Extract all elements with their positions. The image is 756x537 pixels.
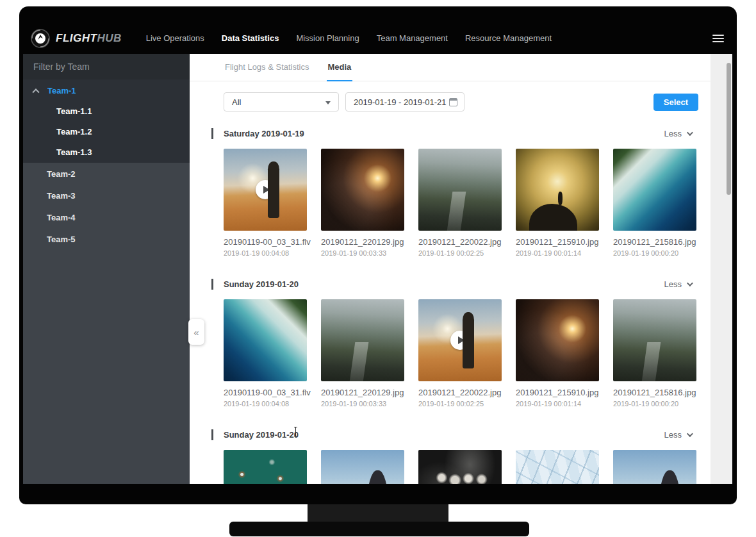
app-frame: Filter by Team Team-1Team-1.1Team-1.2Tea… xyxy=(23,54,732,484)
chevron-up-icon xyxy=(32,88,39,95)
media-section: Sunday 2019-01-20Less xyxy=(190,429,711,484)
section-marker xyxy=(211,279,213,290)
media-card[interactable] xyxy=(516,450,599,484)
media-card[interactable]: 20190121_220129.jpg2019-01-19 00:03:33 xyxy=(321,299,404,408)
date-range-input[interactable]: 2019-01-19 - 2019-01-21 xyxy=(345,92,464,112)
drone-logo-icon xyxy=(31,29,50,48)
collapse-section-toggle[interactable]: Less xyxy=(664,430,691,440)
chevron-down-icon xyxy=(687,280,693,286)
section-header: Sunday 2019-01-20Less xyxy=(211,279,697,290)
nav-item-data-statistics[interactable]: Data Statistics xyxy=(222,33,279,43)
media-thumbnail[interactable] xyxy=(613,299,696,381)
team-label: Team-4 xyxy=(47,213,76,222)
media-card[interactable]: 20190121_220022.jpg2019-01-19 00:02:25 xyxy=(418,149,502,257)
media-card[interactable] xyxy=(321,450,404,484)
hamburger-menu-icon[interactable] xyxy=(712,33,724,44)
sidebar-item-team-2[interactable]: Team-2 xyxy=(23,163,190,185)
monitor-screen: FLIGHTHUB Live OperationsData Statistics… xyxy=(19,6,737,504)
media-card[interactable]: 20190121_215816.jpg2019-01-19 00:00:20 xyxy=(613,149,696,257)
sidebar-header: Filter by Team xyxy=(23,54,190,79)
brand-flight: FLIGHT xyxy=(56,32,97,44)
sidebar-item-team-3[interactable]: Team-3 xyxy=(23,185,190,206)
media-card[interactable] xyxy=(418,450,502,484)
team-group: Team-1Team-1.1Team-1.2Team-1.3 xyxy=(23,79,190,163)
team-group: Team-3 xyxy=(23,185,190,206)
media-thumbnail[interactable] xyxy=(516,299,599,381)
media-thumbnail[interactable] xyxy=(516,450,599,484)
team-group: Team-4 xyxy=(23,206,190,228)
media-thumbnail[interactable] xyxy=(613,450,696,484)
section-title: Saturday 2019-01-19 xyxy=(224,129,304,138)
media-card[interactable]: 20190119-00_03_31.flv2019-01-19 00:04:08 xyxy=(224,149,307,257)
media-card[interactable] xyxy=(224,450,307,484)
media-card[interactable] xyxy=(613,450,696,484)
media-thumbnail[interactable] xyxy=(321,450,404,484)
media-thumbnail[interactable] xyxy=(224,450,307,484)
media-thumbnail[interactable] xyxy=(321,299,404,381)
team-sidebar: Filter by Team Team-1Team-1.1Team-1.2Tea… xyxy=(23,54,190,484)
media-filename: 20190121_215910.jpg xyxy=(516,237,599,247)
sidebar-item-team-1[interactable]: Team-1 xyxy=(23,79,190,101)
media-card[interactable]: 20190121_215910.jpg2019-01-19 00:01:14 xyxy=(516,149,599,257)
media-section: Sunday 2019-01-20Less20190119-00_03_31.f… xyxy=(190,279,711,408)
media-card[interactable]: 20190121_220022.jpg2019-01-19 00:02:25 xyxy=(418,299,502,408)
nav-item-resource-management[interactable]: Resource Management xyxy=(465,33,552,43)
sidebar-item-team-4[interactable]: Team-4 xyxy=(23,206,190,228)
media-filename: 20190121_215816.jpg xyxy=(613,388,696,397)
media-thumbnail[interactable] xyxy=(418,149,502,231)
date-range-value: 2019-01-19 - 2019-01-21 xyxy=(354,97,447,107)
media-type-value: All xyxy=(232,97,241,107)
sidebar-item-team-5[interactable]: Team-5 xyxy=(23,228,190,250)
team-label: Team-5 xyxy=(47,235,76,244)
media-timestamp: 2019-01-19 00:01:14 xyxy=(516,400,599,408)
media-card[interactable]: 20190121_215816.jpg2019-01-19 00:00:20 xyxy=(613,299,696,408)
media-thumbnail[interactable] xyxy=(321,149,404,231)
select-button[interactable]: Select xyxy=(653,94,698,111)
sidebar-item-team-1-1[interactable]: Team-1.1 xyxy=(23,101,190,122)
chevron-down-icon xyxy=(687,129,693,136)
section-header: Sunday 2019-01-20Less xyxy=(211,429,697,440)
team-group: Team-2 xyxy=(23,163,190,185)
collapse-section-toggle[interactable]: Less xyxy=(664,129,691,138)
tab-media[interactable]: Media xyxy=(327,54,353,81)
media-card[interactable]: 20190121_220129.jpg2019-01-19 00:03:33 xyxy=(321,149,404,257)
media-thumbnail[interactable] xyxy=(516,149,599,231)
scrollbar-thumb[interactable] xyxy=(727,63,731,195)
nav-item-live-operations[interactable]: Live Operations xyxy=(146,33,204,43)
media-thumbnail[interactable] xyxy=(418,450,502,484)
page-background: { "brand": { "flight": "FLIGHT", "hub": … xyxy=(0,0,756,537)
media-grid: 20190119-00_03_31.flv2019-01-19 00:04:08… xyxy=(224,149,711,257)
tab-bar: Flight Logs & StatisticsMedia xyxy=(190,54,711,81)
media-card[interactable]: 20190119-00_03_31.flv2019-01-19 00:04:08 xyxy=(224,299,307,408)
scrollbar-track[interactable] xyxy=(711,54,732,484)
monitor-stand-base xyxy=(229,522,529,536)
media-timestamp: 2019-01-19 00:00:20 xyxy=(613,400,696,408)
media-thumbnail[interactable] xyxy=(613,149,696,231)
brand-hub: HUB xyxy=(97,32,121,44)
media-filename: 20190119-00_03_31.flv xyxy=(224,388,307,397)
media-card[interactable]: 20190121_215910.jpg2019-01-19 00:01:14 xyxy=(516,299,599,408)
nav-item-team-management[interactable]: Team Management xyxy=(377,33,448,43)
team-label: Team-3 xyxy=(47,191,76,201)
section-title: Sunday 2019-01-20 xyxy=(224,279,299,289)
brand-name: FLIGHTHUB xyxy=(56,32,122,45)
media-filename: 20190121_220129.jpg xyxy=(321,237,404,247)
play-icon xyxy=(256,180,275,199)
nav-item-mission-planning[interactable]: Mission Planning xyxy=(296,33,359,43)
media-grid: 20190119-00_03_31.flv2019-01-19 00:04:08… xyxy=(224,299,711,408)
media-thumbnail[interactable] xyxy=(224,299,307,381)
sidebar-item-team-1-2[interactable]: Team-1.2 xyxy=(23,122,190,142)
media-type-dropdown[interactable]: All xyxy=(224,92,339,112)
media-thumbnail[interactable] xyxy=(418,299,502,381)
play-icon xyxy=(450,331,470,350)
media-timestamp: 2019-01-19 00:04:08 xyxy=(224,400,307,408)
sidebar-item-team-1-3[interactable]: Team-1.3 xyxy=(23,142,190,163)
collapse-section-toggle[interactable]: Less xyxy=(664,279,691,289)
media-filename: 20190121_215910.jpg xyxy=(516,388,599,397)
team-list: Team-1Team-1.1Team-1.2Team-1.3Team-2Team… xyxy=(23,79,190,250)
sidebar-collapse-button[interactable]: « xyxy=(188,319,204,345)
media-filename: 20190121_220022.jpg xyxy=(418,388,502,397)
tab-flight-logs-statistics[interactable]: Flight Logs & Statistics xyxy=(224,54,311,81)
team-label: Team-1 xyxy=(47,86,76,95)
media-thumbnail[interactable] xyxy=(224,149,307,231)
